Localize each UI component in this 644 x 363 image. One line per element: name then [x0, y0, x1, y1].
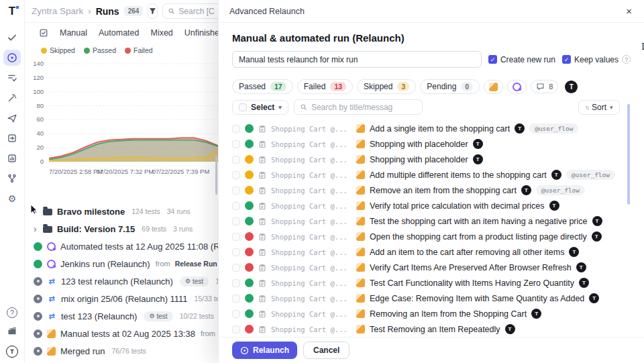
run-name[interactable]: 123 test relaunch (Relaunch): [61, 276, 173, 287]
test-cases-list-icon[interactable]: [3, 70, 21, 86]
run-row[interactable]: Merged run ⚙ 76/76 tests: [25, 342, 221, 360]
filter-button[interactable]: [148, 3, 158, 19]
test-checkbox[interactable]: [232, 156, 240, 164]
run-name[interactable]: Automated tests at 12 Aug 2025 11:08 (Re…: [60, 242, 221, 252]
runs-tab[interactable]: Manual: [60, 28, 87, 38]
tests-search-input[interactable]: [294, 99, 423, 115]
test-checkbox[interactable]: [232, 140, 240, 148]
wand-icon[interactable]: [3, 90, 21, 106]
test-title[interactable]: Open the shopping cart from a product li…: [370, 232, 587, 242]
inbox-run-icon[interactable]: [3, 130, 21, 146]
test-row[interactable]: Shopping Cart @... Verify Cart Items Are…: [232, 260, 631, 275]
run-name[interactable]: Bravo milestone: [57, 207, 125, 217]
test-row[interactable]: Shopping Cart @... Add an item to the ca…: [232, 244, 631, 260]
automated-type-chip[interactable]: [507, 80, 527, 94]
help-icon[interactable]: ?: [7, 307, 17, 318]
breadcrumb-section[interactable]: Runs: [96, 6, 119, 17]
test-title[interactable]: Removing an Item from the Shopping Cart: [370, 309, 527, 319]
test-checkbox[interactable]: [232, 202, 240, 210]
test-row[interactable]: Shopping Cart @... Verify total price ca…: [232, 198, 631, 213]
select-all-checkbox[interactable]: [239, 103, 247, 111]
run-name[interactable]: mix origin 25/06 (Relaunch) 1111: [61, 294, 188, 304]
runs-play-icon[interactable]: [3, 50, 21, 66]
run-row[interactable]: ⇄ test 123 (Relaunch) ⚙test 10/22 tests: [25, 307, 221, 325]
sort-dropdown[interactable]: ↑↓ Sort ▾: [578, 100, 620, 115]
test-checkbox[interactable]: [232, 264, 240, 272]
run-tag-chip[interactable]: ⚙test: [180, 276, 209, 287]
close-icon[interactable]: ×: [626, 6, 632, 16]
plan-plane-icon[interactable]: [3, 110, 21, 126]
run-name[interactable]: Merged run: [60, 346, 105, 356]
run-tag-chip[interactable]: ⚙test: [144, 311, 172, 321]
chevron-right-icon[interactable]: ›: [34, 224, 38, 234]
run-row[interactable]: ⇄ mix origin 25/06 (Relaunch) 1111 ⚙ 15/…: [25, 290, 221, 307]
user-avatar[interactable]: T: [6, 346, 18, 358]
test-title[interactable]: Test the shopping cart with an item havi…: [370, 217, 588, 226]
test-title[interactable]: Edge Case: Removing Item with Same Quant…: [370, 294, 584, 303]
keep-values-checkbox[interactable]: ✓ Keep values ?: [562, 55, 631, 64]
test-row[interactable]: Shopping Cart @... Add multiple differen…: [232, 167, 631, 183]
run-row[interactable]: ⇄ 123 test relaunch (Relaunch) ⚙test 15/…: [25, 272, 221, 290]
test-checkbox[interactable]: [232, 325, 240, 333]
select-dropdown[interactable]: Select ▾: [232, 100, 288, 115]
manual-type-chip[interactable]: [484, 80, 503, 94]
test-title[interactable]: Remove an item from the shopping cart: [370, 186, 517, 195]
test-row[interactable]: Shopping Cart @... Test Removing an Item…: [232, 321, 631, 337]
check-icon[interactable]: [3, 30, 21, 46]
create-new-run-checkbox[interactable]: ✓ Create new run: [488, 55, 555, 64]
relaunch-button[interactable]: Relaunch: [232, 342, 297, 359]
run-row[interactable]: Automated tests at 12 Aug 2025 11:08 (Re…: [25, 238, 221, 255]
test-title[interactable]: Add a single item to the shopping cart: [370, 124, 510, 134]
test-checkbox[interactable]: [232, 279, 240, 287]
test-checkbox[interactable]: [232, 310, 240, 318]
test-title[interactable]: Shopping with placeholder: [370, 155, 468, 164]
cancel-button[interactable]: Cancel: [303, 342, 350, 359]
run-row[interactable]: Manual tests at 02 Aug 2025 13:38 from C…: [25, 325, 221, 342]
run-name[interactable]: Build: Version 7.15: [57, 224, 135, 234]
run-name[interactable]: test 123 (Relaunch): [61, 311, 137, 321]
comments-filter-chip[interactable]: 8: [531, 80, 558, 93]
test-row[interactable]: Shopping Cart @... Removing an Item from…: [232, 306, 631, 321]
status-filter-chip[interactable]: Skipped 3: [357, 79, 416, 94]
status-filter-chip[interactable]: Pending 0: [420, 79, 480, 94]
test-title[interactable]: Test Cart Functionality with Items Havin…: [370, 278, 574, 288]
test-title[interactable]: Shopping with placeholder: [370, 140, 468, 149]
test-row[interactable]: Shopping Cart @... Test the shopping car…: [232, 213, 631, 229]
test-checkbox[interactable]: [232, 187, 240, 195]
branch-icon[interactable]: [3, 170, 21, 187]
left-panel-scrollbar[interactable]: [215, 156, 217, 195]
tests-scrollbar[interactable]: [627, 104, 630, 205]
test-row[interactable]: Shopping Cart @... Test Cart Functionali…: [232, 275, 631, 291]
status-filter-chip[interactable]: Passed 17: [232, 79, 293, 94]
runs-tab[interactable]: Unfinished: [184, 28, 221, 38]
status-filter-chip[interactable]: Failed 13: [297, 79, 353, 94]
breadcrumb-project[interactable]: Zyntra Spark: [32, 6, 83, 16]
runs-tab[interactable]: Mixed: [150, 28, 172, 38]
test-title[interactable]: Add multiple different items to the shop…: [370, 170, 547, 180]
run-row[interactable]: › Bravo milestone ⚙ 124 tests 34 runs: [25, 203, 221, 220]
board-check-icon[interactable]: [39, 25, 48, 41]
test-checkbox[interactable]: [232, 295, 240, 303]
test-row[interactable]: Shopping Cart @... Edge Case: Removing I…: [232, 291, 631, 306]
help-icon[interactable]: ?: [622, 55, 631, 64]
test-row[interactable]: Shopping Cart @... Remove an item from t…: [232, 183, 631, 198]
test-row[interactable]: Shopping Cart @... Add a single item to …: [232, 121, 631, 136]
tests-search-field[interactable]: [311, 103, 417, 112]
test-checkbox[interactable]: [232, 125, 240, 133]
runs-tab[interactable]: Automated: [99, 28, 139, 38]
test-title[interactable]: Test Removing an Item Repeatedly: [370, 325, 500, 334]
test-row[interactable]: Shopping Cart @... Open the shopping car…: [232, 229, 631, 244]
run-row[interactable]: Jenkins run (Relaunch) from Release Run …: [25, 255, 221, 272]
test-checkbox[interactable]: [232, 171, 240, 179]
test-row[interactable]: Shopping Cart @... Shopping with placeho…: [232, 136, 631, 152]
test-row[interactable]: Shopping Cart @... Shopping with placeho…: [232, 152, 631, 167]
runs-search-input[interactable]: Search [C ×: [162, 3, 221, 19]
assignee-avatar[interactable]: T: [565, 81, 578, 93]
test-checkbox[interactable]: [232, 233, 240, 241]
test-title[interactable]: Verify Cart Items Are Preserved After Br…: [370, 263, 572, 272]
run-row[interactable]: › Build: Version 7.15 ⚙ 69 tests 3 runs: [25, 220, 221, 238]
run-name[interactable]: Manual tests at 02 Aug 2025 13:38: [60, 329, 195, 339]
test-title[interactable]: Add an item to the cart after removing a…: [370, 248, 564, 257]
projects-folder-icon[interactable]: [3, 323, 21, 340]
test-title[interactable]: Verify total price calculation with deci…: [370, 201, 545, 211]
